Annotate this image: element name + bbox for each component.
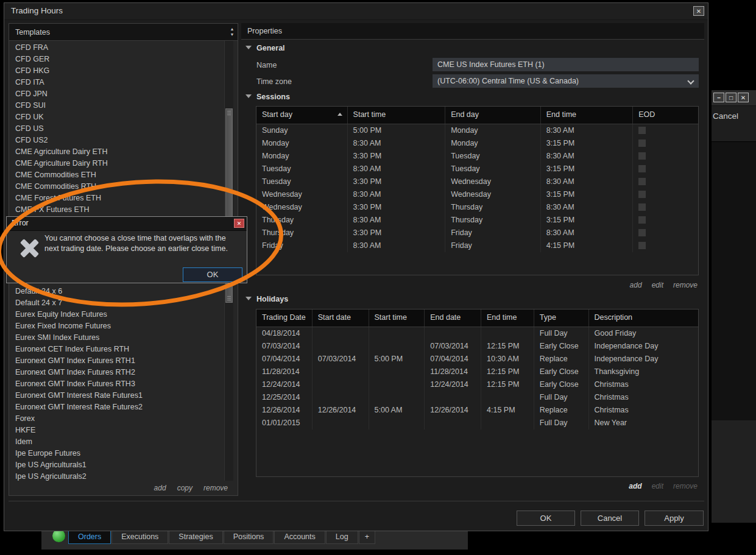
scroll-up-icon[interactable]: ▲ [230,27,235,31]
template-list-item[interactable]: Ipe US Agriculturals2 [10,471,217,483]
template-list-item[interactable]: CFD SUI [10,100,217,111]
template-list-item[interactable]: CFD FRA [10,42,217,54]
template-list-item[interactable]: CME Commodities RTH [10,181,217,193]
name-input[interactable]: CME US Index Futures ETH (1) [433,58,699,71]
table-row[interactable]: Monday3:30 PMTuesday8:30 AM [256,150,698,163]
column-header[interactable]: Start date [313,309,369,327]
ok-button[interactable]: OK [517,511,575,526]
eod-checkbox[interactable] [638,178,646,185]
remove-link[interactable]: remove [203,484,228,492]
eod-checkbox[interactable] [638,242,646,249]
table-row[interactable]: Friday8:30 AMFriday4:15 PM [256,239,698,252]
template-list-item[interactable]: Ipe Europe Futures [10,448,217,459]
table-row[interactable]: Sunday5:00 PMMonday8:30 AM [256,124,698,137]
error-titlebar[interactable]: Error ✕ [7,217,247,231]
template-list-item[interactable]: Euronext GMT Index Futures RTH1 [10,355,217,367]
template-list-item[interactable]: CME Forest Futures ETH [10,193,217,204]
template-list-item[interactable]: CME Agriculture Dairy RTH [10,158,217,169]
table-row[interactable]: Monday8:30 AMMonday3:15 PM [256,137,698,150]
column-header[interactable]: End day [445,107,541,124]
template-list-item[interactable]: Euronext GMT Index Futures RTH3 [10,378,217,390]
column-header[interactable]: Description [589,309,698,327]
table-row[interactable]: 07/04/201407/03/20145:00 PM07/04/201410:… [256,353,698,366]
dialog-titlebar[interactable]: Trading Hours ✕ [4,3,708,20]
column-header[interactable]: End time [541,107,634,124]
table-row[interactable]: 12/24/201412/24/201412:15 PMEarly CloseC… [256,378,698,391]
table-row[interactable]: 07/03/201407/03/201412:15 PMEarly CloseI… [256,340,698,353]
eod-checkbox[interactable] [638,203,646,211]
template-list-item[interactable]: Forex [10,413,217,425]
collapse-sessions-icon[interactable] [246,94,252,98]
column-header[interactable]: Start time [369,309,425,327]
add-link[interactable]: add [630,281,642,289]
table-row[interactable]: 04/18/2014Full DayGood Friday [256,327,698,340]
table-row[interactable]: Thursday8:30 AMThursday3:15 PM [256,214,698,227]
table-row[interactable]: Wednesday3:30 PMThursday8:30 AM [256,201,698,214]
copy-link[interactable]: copy [177,484,193,492]
column-header[interactable]: Trading Date [256,309,313,327]
template-list-item[interactable]: CFD US [10,123,217,135]
template-list-item[interactable]: CFD JPN [10,88,217,100]
column-header[interactable]: End time [481,309,534,327]
dialog-close-icon[interactable]: ✕ [693,6,704,16]
template-list-item[interactable]: HKFE [10,425,217,436]
template-list-item[interactable]: CFD US2 [10,135,217,146]
template-list-item[interactable]: CFD ITA [10,77,217,88]
template-list-item[interactable]: CME FX Futures ETH [10,204,217,216]
collapse-general-icon[interactable] [246,46,252,49]
template-list-item[interactable]: Eurex Fixed Income Futures [10,320,217,332]
eod-checkbox[interactable] [638,165,646,172]
table-row[interactable]: 12/25/2014Full DayChristmas [256,391,698,404]
table-row[interactable]: 11/28/201411/28/201412:15 PMEarly CloseT… [256,366,698,378]
background-cancel-button[interactable]: Cancel [712,106,756,142]
template-list-item[interactable]: Euronext CET Index Futures RTH [10,344,217,355]
add-link[interactable]: add [629,482,641,490]
error-close-icon[interactable]: ✕ [234,219,244,228]
table-row[interactable]: 01/01/2015Full DayNew Year [256,417,698,430]
table-row[interactable]: Thursday3:30 PMFriday8:30 AM [256,227,698,239]
apply-button[interactable]: Apply [645,511,704,526]
template-list-item[interactable]: CFD HKG [10,65,217,77]
template-list-item[interactable]: CME Agriculture Dairy ETH [10,146,217,158]
add-link[interactable]: add [154,484,166,492]
table-row[interactable]: Tuesday3:30 PMWednesday8:30 AM [256,175,698,188]
column-header[interactable]: Type [534,309,589,327]
eod-checkbox[interactable] [638,127,646,134]
scroll-down-icon[interactable]: ▼ [230,33,235,37]
template-list-item[interactable]: Euronext GMT Interest Rate Futures1 [10,390,217,401]
eod-checkbox[interactable] [638,140,646,147]
remove-link[interactable]: remove [673,281,698,289]
template-list-item[interactable]: Eurex Equity Index Futures [10,309,217,320]
minimize-icon[interactable]: – [713,93,724,102]
remove-link[interactable]: remove [673,482,698,490]
table-row[interactable]: 12/26/201412/26/20145:00 AM12/26/20144:1… [256,404,698,417]
column-header[interactable]: Start day [256,107,348,124]
close-icon[interactable]: ✕ [738,93,749,102]
template-list-item[interactable]: Ipe US Agriculturals1 [10,459,217,471]
template-list-item[interactable]: Idem [10,436,217,448]
eod-checkbox[interactable] [638,229,646,236]
collapse-holidays-icon[interactable] [246,297,252,300]
eod-checkbox[interactable] [638,152,646,160]
timezone-select[interactable]: (UTC-06:00) Central Time (US & Canada) [433,74,699,88]
template-list-item[interactable]: Euronext GMT Interest Rate Futures2 [10,401,217,413]
template-list-item[interactable]: Default 24 x 6 [10,286,217,297]
cancel-button[interactable]: Cancel [581,511,639,526]
column-header[interactable]: EOD [633,107,698,124]
template-list-item[interactable]: Euronext GMT Index Futures RTH2 [10,367,217,378]
template-list-item[interactable]: CME Commodities ETH [10,169,217,181]
table-row[interactable]: Wednesday8:30 AMWednesday3:15 PM [256,188,698,201]
edit-link[interactable]: edit [652,281,663,289]
column-header[interactable]: Start time [348,107,446,124]
template-list-item[interactable]: Default 24 x 7 [10,297,217,309]
maximize-icon[interactable]: □ [726,93,737,102]
edit-link[interactable]: edit [652,482,663,490]
template-list-item[interactable]: CFD GER [10,54,217,65]
error-ok-button[interactable]: OK [183,267,242,282]
column-header[interactable]: End date [425,309,481,327]
eod-checkbox[interactable] [638,216,646,224]
eod-checkbox[interactable] [638,191,646,198]
template-list-item[interactable]: CFD UK [10,111,217,123]
template-list-item[interactable]: Eurex SMI Index Futures [10,332,217,344]
table-row[interactable]: Tuesday8:30 AMTuesday3:15 PM [256,163,698,175]
